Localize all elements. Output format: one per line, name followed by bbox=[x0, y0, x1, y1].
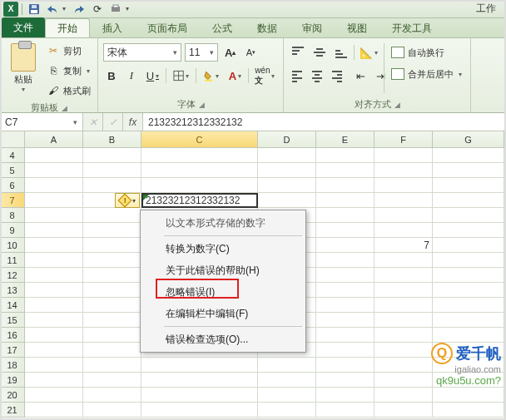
cell[interactable] bbox=[316, 313, 375, 328]
row-header[interactable]: 10 bbox=[0, 238, 25, 253]
cell[interactable] bbox=[316, 208, 375, 223]
row-header[interactable]: 5 bbox=[0, 163, 25, 178]
cell[interactable] bbox=[25, 163, 83, 178]
cell[interactable] bbox=[433, 193, 504, 208]
col-header-G[interactable]: G bbox=[433, 131, 504, 147]
cell[interactable] bbox=[141, 148, 258, 163]
cell[interactable] bbox=[258, 163, 316, 178]
cell[interactable] bbox=[433, 178, 504, 193]
cell[interactable] bbox=[25, 388, 83, 403]
align-right-button[interactable] bbox=[329, 67, 345, 85]
cell[interactable] bbox=[25, 358, 83, 373]
tab-page-layout[interactable]: 页面布局 bbox=[135, 18, 200, 37]
cell[interactable] bbox=[375, 298, 433, 313]
cell[interactable] bbox=[433, 328, 504, 343]
cell[interactable] bbox=[316, 343, 375, 358]
cell[interactable] bbox=[141, 358, 258, 373]
cell[interactable] bbox=[83, 208, 141, 223]
cell[interactable] bbox=[433, 223, 504, 238]
alignment-dialog-launcher-icon[interactable]: ◢ bbox=[394, 101, 400, 109]
cell[interactable] bbox=[375, 328, 433, 343]
cell[interactable] bbox=[25, 193, 83, 208]
cell[interactable] bbox=[375, 208, 433, 223]
align-bottom-button[interactable] bbox=[332, 43, 350, 62]
cell[interactable] bbox=[316, 373, 375, 388]
ctx-help-on-error[interactable]: 关于此错误的帮助(H) bbox=[141, 259, 305, 281]
print-preview-icon[interactable] bbox=[107, 2, 124, 17]
cell[interactable] bbox=[83, 163, 141, 178]
cell[interactable] bbox=[375, 283, 433, 298]
cell[interactable] bbox=[141, 403, 258, 418]
cell[interactable] bbox=[375, 148, 433, 163]
cell[interactable] bbox=[433, 148, 504, 163]
cell[interactable] bbox=[316, 283, 375, 298]
insert-function-button[interactable]: fx bbox=[123, 113, 143, 131]
col-header-C[interactable]: C bbox=[141, 131, 258, 147]
cell[interactable] bbox=[433, 403, 504, 418]
bold-button[interactable]: B bbox=[103, 67, 120, 85]
cell[interactable] bbox=[375, 343, 433, 358]
cell[interactable] bbox=[83, 178, 141, 193]
cell[interactable] bbox=[433, 238, 504, 253]
cell[interactable] bbox=[25, 253, 83, 268]
cell[interactable] bbox=[25, 208, 83, 223]
cell[interactable] bbox=[83, 283, 141, 298]
row-header[interactable]: 18 bbox=[0, 358, 25, 373]
clipboard-dialog-launcher-icon[interactable]: ◢ bbox=[62, 104, 67, 112]
row-header[interactable]: 4 bbox=[0, 148, 25, 163]
tab-view[interactable]: 视图 bbox=[335, 18, 380, 37]
cancel-formula-button[interactable]: ✕ bbox=[83, 113, 103, 131]
cell[interactable] bbox=[83, 343, 141, 358]
cell[interactable] bbox=[141, 178, 258, 193]
cell[interactable] bbox=[375, 223, 433, 238]
cell[interactable] bbox=[83, 223, 141, 238]
cell[interactable] bbox=[316, 403, 375, 418]
phonetic-button[interactable]: wén文▾ bbox=[252, 67, 278, 85]
grow-font-button[interactable]: A▴ bbox=[221, 43, 239, 62]
cell[interactable] bbox=[433, 268, 504, 283]
redo-icon[interactable] bbox=[71, 2, 87, 17]
tab-formulas[interactable]: 公式 bbox=[200, 18, 245, 37]
tab-review[interactable]: 审阅 bbox=[290, 18, 335, 37]
row-header[interactable]: 7 bbox=[0, 193, 25, 208]
orientation-button[interactable]: 📐▾ bbox=[358, 43, 380, 62]
ctx-edit-in-formula-bar[interactable]: 在编辑栏中编辑(F) bbox=[141, 303, 305, 324]
cell[interactable] bbox=[433, 388, 504, 403]
cell[interactable] bbox=[25, 178, 83, 193]
tab-data[interactable]: 数据 bbox=[245, 18, 290, 37]
cell[interactable] bbox=[25, 373, 83, 388]
cell[interactable] bbox=[25, 268, 83, 283]
cell[interactable] bbox=[316, 178, 375, 193]
cell[interactable] bbox=[83, 298, 141, 313]
cell[interactable] bbox=[316, 148, 375, 163]
cell[interactable] bbox=[258, 358, 316, 373]
font-size-combo[interactable]: 11▾ bbox=[185, 43, 218, 62]
cell[interactable] bbox=[375, 373, 433, 388]
cell[interactable] bbox=[258, 388, 316, 403]
cell[interactable] bbox=[316, 193, 375, 208]
ctx-convert-to-number[interactable]: 转换为数字(C) bbox=[141, 238, 305, 259]
cell[interactable] bbox=[433, 298, 504, 313]
cell[interactable]: 7 bbox=[375, 238, 433, 253]
cell[interactable] bbox=[83, 358, 141, 373]
tab-insert[interactable]: 插入 bbox=[90, 18, 135, 37]
font-color-button[interactable]: A▾ bbox=[226, 67, 245, 85]
row-header[interactable]: 17 bbox=[0, 343, 25, 358]
cell[interactable] bbox=[83, 328, 141, 343]
merge-center-button[interactable]: 合并后居中▾ bbox=[388, 65, 465, 83]
cell[interactable] bbox=[83, 148, 141, 163]
tab-developer[interactable]: 开发工具 bbox=[380, 18, 444, 37]
underline-button[interactable]: U▾ bbox=[143, 67, 162, 85]
cell[interactable] bbox=[25, 403, 83, 418]
cell[interactable] bbox=[25, 223, 83, 238]
cell[interactable] bbox=[433, 163, 504, 178]
format-painter-button[interactable]: 🖌格式刷 bbox=[45, 82, 92, 100]
cell[interactable] bbox=[433, 313, 504, 328]
cell[interactable] bbox=[316, 268, 375, 283]
cell[interactable] bbox=[141, 373, 258, 388]
cell[interactable] bbox=[25, 298, 83, 313]
col-header-D[interactable]: D bbox=[258, 131, 316, 147]
cell[interactable] bbox=[83, 403, 141, 418]
tab-home[interactable]: 开始 bbox=[45, 18, 90, 37]
cell[interactable] bbox=[433, 253, 504, 268]
